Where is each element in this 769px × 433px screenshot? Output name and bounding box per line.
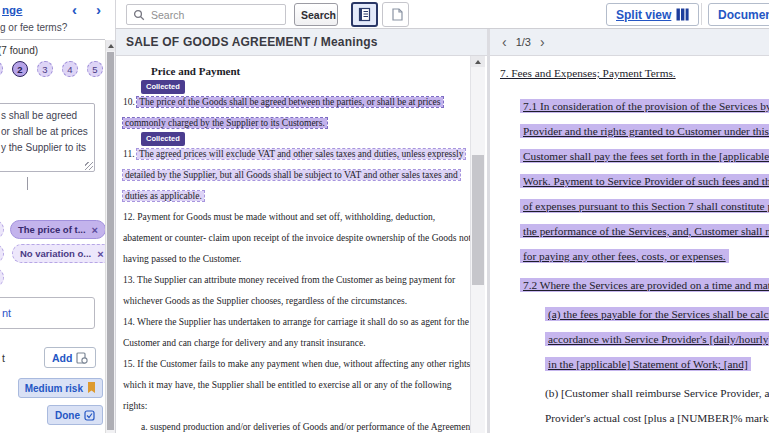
chip-remove-icon[interactable]: × [97,248,103,260]
analysis-question-text: g or fee terms? [0,22,67,33]
cut-element-fragment [27,177,28,190]
sidebar-link[interactable]: nge [2,4,22,16]
sidebar-scrollbar[interactable] [105,40,115,433]
chip-fragment [0,268,4,287]
highlighted-clause[interactable]: duties as applicable. [123,191,204,201]
provision-line: accordance with Service Provider's [dail… [545,327,769,352]
clause-text: a. suspend production and/or deliveries … [141,422,470,432]
clause-text: 10. [123,97,137,107]
document-button-label: Document [718,8,769,22]
doc-line: 12. Payment for Goods must be made witho… [123,207,470,228]
highlighted-clause[interactable]: The agreed prices will exclude VAT and o… [137,149,466,159]
done-button[interactable]: Done [47,405,103,425]
provision-line: Provider's actual cost [plus a [NUMBER]%… [545,406,769,431]
previous-page-chevron-icon[interactable]: ‹ [502,35,507,49]
provision-line: Provider and the rights granted to Custo… [520,119,769,144]
document-title-bar: SALE OF GOODS AGREEMENT / Meanings [116,29,487,56]
highlighted-clause[interactable]: detailed by the Supplier, but all Goods … [123,170,460,180]
scroll-up-button[interactable] [471,56,485,67]
add-button[interactable]: Add [44,347,96,368]
highlighted-provision[interactable]: Provider and the rights granted to Custo… [520,124,769,138]
clause-text: abatement or counter- claim upon receipt… [123,233,470,243]
provision-text: 7. Fees and Expenses; Payment Terms. [500,67,676,79]
highlighted-provision[interactable]: for paying any other fees, costs, or exp… [520,249,729,263]
highlighted-provision[interactable]: the performance of the Services, and, Cu… [520,224,769,238]
result-page-1[interactable]: 1 [0,61,3,77]
next-page-chevron-icon[interactable]: › [540,35,545,49]
source-document-panel: SALE OF GOODS AGREEMENT / Meanings Price… [115,29,487,433]
selected-text-content: s shall be agreed or shall be at prices … [0,104,94,156]
clause-text: which it may have, the Supplier shall be… [123,380,451,390]
doc-line: detailed by the Supplier, but all Goods … [123,165,470,186]
highlighted-provision[interactable]: 7.1 In consideration of the provision of… [520,99,769,113]
document-view-toggle[interactable] [351,2,378,27]
triangle-up-icon [108,44,114,48]
selected-text-area[interactable]: s shall be agreed or shall be at prices … [0,103,95,172]
provision-line: 7. Fees and Expenses; Payment Terms. [500,61,769,86]
document-button[interactable]: Document [708,3,769,26]
highlighted-provision[interactable]: 7.2 Where the Services are provided on a… [520,278,769,292]
page-indicator: 1/3 [516,36,531,48]
duplicate-view-toggle[interactable] [382,2,409,27]
scroll-up-button[interactable] [106,40,115,51]
provision-text: (b) [Customer shall reimburse Service Pr… [545,387,769,399]
risk-label: Medium risk [25,383,83,394]
clause-text: having passed to the Customer. [123,254,241,264]
doc-line: Customer and can charge for delivery and… [123,333,470,354]
doc-line: whichever Goods as the Supplier chooses,… [123,291,470,312]
doc-line: 11. The agreed prices will exclude VAT a… [123,144,470,165]
add-row-label: t [2,352,5,364]
clause-text: rights: [123,401,147,411]
result-page-5[interactable]: 5 [87,61,103,77]
doc-line: commonly charged by the Supplier to its … [123,113,470,134]
prev-result-chevron-icon[interactable]: ‹ [72,2,77,18]
result-page-3[interactable]: 3 [37,61,53,77]
sidebar-scrollbar-thumb[interactable] [107,52,114,430]
top-toolbar: Search Split view [115,0,769,29]
highlighted-provision[interactable]: Customer shall pay the fees set forth in… [520,149,769,163]
doc-line: 13. The Supplier can attribute money rec… [123,270,470,291]
result-page-2[interactable]: 2 [12,61,28,77]
clause-text: whichever Goods as the Supplier chooses,… [123,296,407,306]
paragraph-gap [490,86,769,94]
doc-line: 10. The price of the Goods shall be agre… [123,92,470,113]
highlighted-clause[interactable]: commonly charged by the Supplier to its … [123,118,327,128]
bookmark-icon [87,382,96,394]
annotation-input[interactable] [0,297,95,329]
badge-row: Collected [141,80,470,92]
highlighted-provision[interactable]: Work. Payment to Service Provider of suc… [520,174,769,188]
highlighted-provision[interactable]: accordance with Service Provider's [dail… [545,332,769,346]
clause-text: 13. The Supplier can attribute money rec… [123,275,455,285]
filter-chip[interactable]: No variation o...× [12,244,105,263]
chip-remove-icon[interactable]: × [92,224,98,236]
clause-text: 15. If the Customer fails to make any pa… [123,359,470,369]
search-icon [133,9,145,21]
result-page-4[interactable]: 4 [62,61,78,77]
next-result-chevron-icon[interactable]: › [96,2,101,18]
medium-risk-button[interactable]: Medium risk [18,378,103,398]
document-scrollbar-thumb[interactable] [472,155,484,285]
search-button[interactable]: Search [294,3,338,26]
search-input[interactable] [149,8,285,22]
sidebar-divider [0,39,105,40]
pagination-bar: ‹ 1/3 › [490,29,769,56]
split-view-button[interactable]: Split view [606,3,699,26]
resize-handle-icon[interactable] [85,162,93,170]
document-scrollbar[interactable] [470,56,485,433]
highlighted-clause[interactable]: The price of the Goods shall be agreed b… [137,97,442,107]
filter-chip[interactable]: The price of t...× [10,220,105,239]
provision-line: in the [applicable] Statement of Work; [… [545,352,769,377]
doc-line: abatement or counter- claim upon receipt… [123,228,470,249]
mid-doc: Price and PaymentCollected10. The price … [116,56,470,433]
triangle-up-icon [475,60,481,64]
doc-line: duties as applicable. [123,186,470,207]
provision-line: Customer shall pay the fees set forth in… [520,144,769,169]
right-doc: 7. Fees and Expenses; Payment Terms.7.1 … [490,56,769,433]
split-columns-icon [676,8,689,21]
highlighted-provision[interactable]: of expenses pursuant to this Section 7 s… [520,199,769,213]
search-box[interactable] [126,4,286,25]
doc-line: which it may have, the Supplier shall be… [123,375,470,396]
highlighted-provision[interactable]: (a) the fees payable for the Services sh… [545,307,769,321]
highlighted-provision[interactable]: in the [applicable] Statement of Work; [… [545,357,751,371]
toolbar-divider [701,3,702,25]
